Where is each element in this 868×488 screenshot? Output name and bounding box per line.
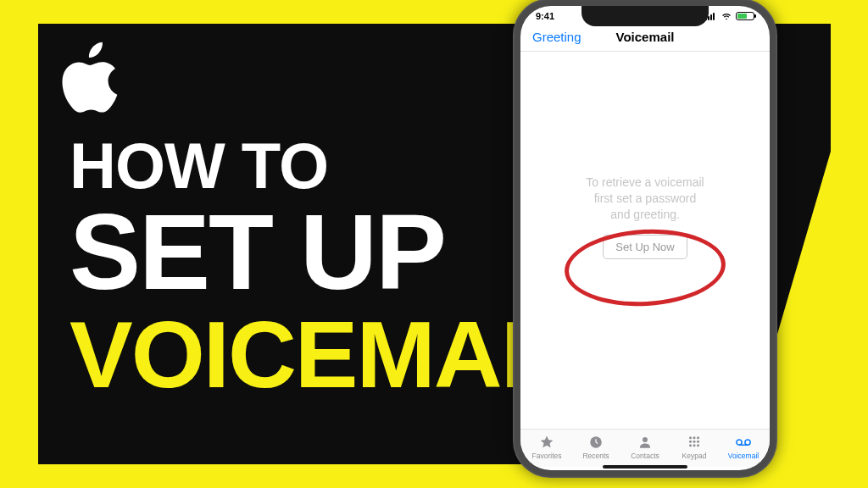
svg-point-5 <box>697 436 699 439</box>
tab-bar: Favorites Recents Contacts Keypad Voicem… <box>520 429 770 467</box>
svg-point-13 <box>745 440 750 445</box>
clock-icon <box>587 435 604 450</box>
status-time: 9:41 <box>536 11 554 21</box>
iphone-frame: 9:41 Greeting Voicemail To retrieve a vo… <box>513 0 777 478</box>
setup-message: To retrieve a voicemail first set a pass… <box>586 175 704 223</box>
svg-point-11 <box>697 444 699 446</box>
svg-point-2 <box>643 437 648 442</box>
svg-point-0 <box>726 19 727 20</box>
svg-point-8 <box>697 441 699 443</box>
voicemail-setup-content: To retrieve a voicemail first set a pass… <box>520 52 770 382</box>
svg-point-10 <box>693 444 696 446</box>
tab-keypad[interactable]: Keypad <box>670 435 719 460</box>
keypad-icon <box>686 435 703 450</box>
home-indicator <box>603 465 687 469</box>
tab-recents[interactable]: Recents <box>571 435 620 460</box>
svg-point-9 <box>689 444 692 446</box>
thumbnail-title: HOW TO SET UP VOICEMAIL <box>70 136 581 400</box>
tab-contacts[interactable]: Contacts <box>620 435 670 460</box>
battery-icon <box>736 12 754 20</box>
title-line-2: SET UP <box>70 202 581 303</box>
title-line-3: VOICEMAIL <box>70 310 581 400</box>
set-up-now-button[interactable]: Set Up Now <box>603 235 687 259</box>
svg-point-3 <box>689 436 692 439</box>
person-icon <box>637 435 654 450</box>
nav-title: Voicemail <box>616 30 675 44</box>
svg-point-7 <box>693 441 696 443</box>
wifi-icon <box>721 12 732 20</box>
iphone-screen: 9:41 Greeting Voicemail To retrieve a vo… <box>520 6 770 470</box>
tab-voicemail[interactable]: Voicemail <box>719 435 768 460</box>
apple-logo-icon <box>47 32 127 125</box>
star-icon <box>538 435 555 450</box>
title-line-1: HOW TO <box>70 136 581 197</box>
notch <box>581 6 709 26</box>
svg-point-4 <box>693 436 696 439</box>
svg-point-12 <box>737 440 742 445</box>
svg-point-6 <box>689 441 692 443</box>
voicemail-icon <box>735 435 752 450</box>
back-button[interactable]: Greeting <box>532 30 581 44</box>
tab-favorites[interactable]: Favorites <box>522 435 571 460</box>
